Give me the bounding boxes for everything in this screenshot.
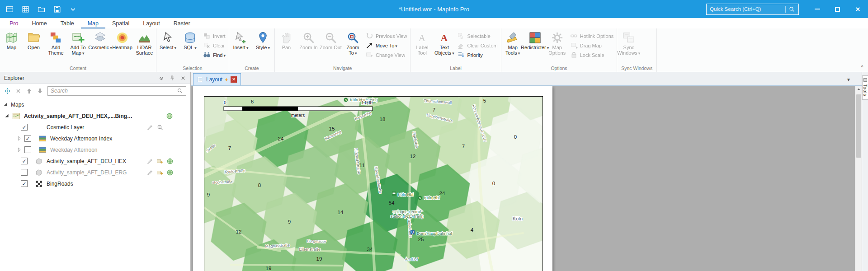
tree-row-activity-sample-aft-deu-hex[interactable]: ✓Activity_sample_AFT_DEU_HEX: [0, 155, 190, 167]
pan-button[interactable]: Pan: [275, 29, 297, 65]
previous-view-button[interactable]: Previous View: [366, 32, 407, 40]
window-list-dropdown-icon[interactable]: ▼: [846, 77, 851, 82]
pencil-icon[interactable]: [146, 158, 154, 165]
explorer-search-input[interactable]: Search: [47, 86, 186, 96]
find-button[interactable]: Find▾: [203, 51, 226, 59]
layer-checkbox[interactable]: ✓: [21, 124, 28, 131]
priority-icon: [457, 51, 465, 59]
sql-button[interactable]: SQL▾: [179, 29, 201, 65]
map-options-button[interactable]: Map Options: [546, 29, 568, 65]
save-workspace-icon[interactable]: [53, 5, 61, 14]
button-label: Pan: [282, 45, 291, 50]
select-button[interactable]: Select▾: [157, 29, 179, 65]
add-theme-button[interactable]: Add Theme: [45, 29, 67, 65]
layer-checkbox[interactable]: [24, 146, 31, 153]
layer-checkbox[interactable]: ✓: [24, 135, 31, 142]
heatmap-button[interactable]: Heatmap: [111, 29, 133, 65]
tree-row-weekday-afternoon[interactable]: Weekday Afternoon: [0, 144, 190, 155]
tab-tools[interactable]: Tools: [862, 75, 868, 100]
style-button[interactable]: Style▾: [252, 29, 274, 65]
tree-row-cosmetic-layer[interactable]: ✓Cosmetic Layer: [0, 121, 190, 133]
clear-custom-button[interactable]: Clear Custom: [457, 42, 497, 49]
invert-icon: [203, 32, 211, 40]
change-view-button[interactable]: Change View: [366, 51, 407, 59]
quick-search-input[interactable]: Quick Search (Ctrl+Q): [706, 4, 799, 15]
new-table-icon[interactable]: [21, 5, 30, 14]
scroll-up-button[interactable]: [855, 86, 862, 93]
lidar-surface-button[interactable]: LiDAR Surface: [133, 29, 156, 65]
ribbon-tab-raster[interactable]: Raster: [167, 18, 197, 28]
pencil-icon[interactable]: [146, 169, 154, 176]
pin-icon[interactable]: [169, 75, 175, 81]
customize-quick-access-icon[interactable]: [69, 5, 77, 14]
layer-checkbox[interactable]: ✓: [21, 180, 28, 187]
search-icon[interactable]: [788, 6, 795, 13]
tab-layout[interactable]: Layout ♦ ✕: [193, 73, 241, 85]
vertical-scrollbar[interactable]: [855, 86, 862, 271]
selectable-button[interactable]: Selectable: [457, 32, 497, 40]
pencil-icon[interactable]: [146, 124, 154, 131]
expander-closed-icon[interactable]: [16, 136, 22, 141]
close-button[interactable]: ×: [848, 0, 868, 18]
zoom-to-button[interactable]: Zoom To▾: [342, 29, 364, 65]
collapse-panel-icon[interactable]: [158, 75, 165, 81]
ribbon-tab-layout[interactable]: Layout: [136, 18, 167, 28]
remove-item-icon[interactable]: [15, 88, 22, 94]
globe-icon[interactable]: [166, 158, 174, 165]
open-workspace-icon[interactable]: [37, 5, 46, 14]
sync-windows-button[interactable]: Sync Windows▾: [618, 29, 640, 65]
tree-row-activity-sample-aft-deu-hex-bingroads-map[interactable]: Activity_sample_AFT_DEU_HEX,....BingRoad…: [0, 110, 190, 121]
maximize-button[interactable]: [827, 0, 848, 18]
expander-open-icon[interactable]: [4, 113, 10, 119]
ribbon-tab-table[interactable]: Table: [54, 18, 81, 28]
expander-closed-icon[interactable]: [16, 147, 22, 153]
globe-icon[interactable]: [166, 112, 173, 120]
blank-icon: [35, 123, 43, 131]
explorer-title: Explorer: [4, 75, 24, 81]
zoom-layer-icon[interactable]: [156, 124, 164, 131]
clear-button[interactable]: Clear: [203, 42, 226, 49]
ribbon-tab-pro[interactable]: Pro: [3, 18, 25, 28]
layer-checkbox[interactable]: [21, 169, 28, 176]
collapse-ribbon-button[interactable]: ^: [861, 64, 863, 70]
map-frame[interactable]: HansaringHansaringThürmchenswallDagobert…: [204, 96, 543, 271]
insert-button[interactable]: Insert▾: [230, 29, 252, 65]
drag-map-button[interactable]: Drag Map: [570, 42, 614, 49]
priority-button[interactable]: Priority: [457, 51, 497, 59]
open-button[interactable]: Open: [23, 29, 45, 65]
move-up-icon[interactable]: [26, 88, 33, 94]
dock-explorer-icon[interactable]: [4, 88, 11, 94]
globe-icon[interactable]: [166, 169, 174, 176]
zoom-out-button[interactable]: Zoom Out: [320, 29, 342, 65]
search-icon[interactable]: [177, 88, 183, 94]
scrollbar-thumb[interactable]: [856, 94, 861, 158]
layer-checkbox[interactable]: ✓: [21, 158, 28, 164]
tab-close-button[interactable]: ✕: [231, 76, 237, 83]
add-layer-icon[interactable]: [156, 169, 164, 176]
ribbon-tab-spatial[interactable]: Spatial: [105, 18, 136, 28]
ribbon-group-options: Map Tools▾Redistricter▾Map OptionsHotlin…: [501, 28, 618, 72]
expander-open-icon[interactable]: [3, 102, 9, 107]
move-down-icon[interactable]: [37, 88, 43, 94]
add-to-map-button[interactable]: Add To Map▾: [67, 29, 89, 65]
lock-scale-button[interactable]: Lock Scale: [570, 51, 614, 59]
app-window-icon[interactable]: [5, 5, 14, 14]
tree-row-bingroads[interactable]: ✓BingRoads: [0, 178, 190, 189]
map-button[interactable]: Map: [0, 29, 23, 65]
text-objects-button[interactable]: AText Objects▾: [433, 29, 455, 65]
cosmetic-button[interactable]: Cosmetic▾: [89, 29, 111, 65]
move-to-button[interactable]: Move To▾: [366, 42, 407, 49]
minimize-button[interactable]: [807, 0, 827, 18]
invert-button[interactable]: Invert: [203, 32, 226, 40]
zoom-in-button[interactable]: Zoom In: [297, 29, 320, 65]
label-tool-button[interactable]: ALabel Tool: [411, 29, 433, 65]
hotlink-options-button[interactable]: Hotlink Options: [570, 32, 614, 40]
add-layer-icon[interactable]: [156, 158, 164, 165]
ribbon-tab-map[interactable]: Map: [81, 18, 105, 28]
tree-row-maps[interactable]: Maps: [0, 99, 190, 110]
ribbon-tab-home[interactable]: Home: [25, 18, 53, 28]
close-panel-icon[interactable]: [180, 75, 186, 81]
redistricter-button[interactable]: Redistricter▾: [524, 29, 546, 65]
tree-row-activity-sample-aft-deu-erg[interactable]: Activity_sample_AFT_DEU_ERG: [0, 167, 190, 178]
tree-row-weekday-afternoon-index[interactable]: ✓Weekday Afternoon Index: [0, 133, 190, 144]
